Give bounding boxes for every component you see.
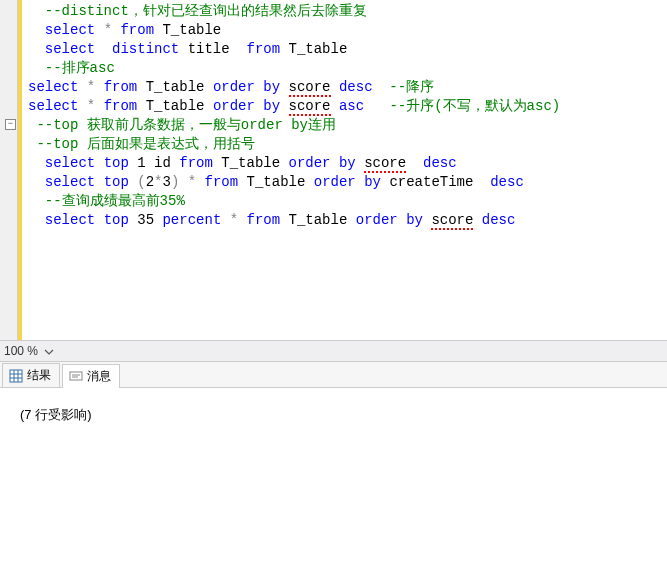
code-line[interactable]: select * from T_table order by score asc… [28, 97, 560, 116]
results-tabs: 结果 消息 [0, 362, 667, 388]
tab-messages-label: 消息 [87, 368, 111, 385]
code-line[interactable]: --top 后面如果是表达式，用括号 [28, 135, 560, 154]
code-line[interactable]: select top 35 percent * from T_table ord… [28, 211, 560, 230]
zoom-dropdown-icon[interactable] [44, 346, 54, 356]
tab-results[interactable]: 结果 [2, 363, 60, 387]
change-bar [18, 0, 22, 340]
zoom-bar: 100 % [0, 340, 667, 362]
code-line[interactable]: select * from T_table order by score des… [28, 78, 560, 97]
code-line[interactable]: --排序asc [28, 59, 560, 78]
editor-gutter: − [0, 0, 18, 340]
fold-toggle-icon[interactable]: − [5, 119, 16, 130]
grid-icon [9, 369, 23, 383]
tab-results-label: 结果 [27, 367, 51, 384]
svg-rect-0 [10, 370, 22, 382]
code-line[interactable]: --distinct，针对已经查询出的结果然后去除重复 [28, 2, 560, 21]
messages-panel: (7 行受影响) [0, 388, 667, 442]
zoom-level[interactable]: 100 % [4, 344, 38, 358]
code-line[interactable]: --查询成绩最高前35% [28, 192, 560, 211]
code-content[interactable]: --distinct，针对已经查询出的结果然后去除重复 select * fro… [18, 0, 560, 340]
rows-affected-text: (7 行受影响) [20, 406, 647, 424]
code-line[interactable]: select top (2*3) * from T_table order by… [28, 173, 560, 192]
code-line[interactable]: select top 1 id from T_table order by sc… [28, 154, 560, 173]
code-editor[interactable]: − --distinct，针对已经查询出的结果然后去除重复 select * f… [0, 0, 667, 340]
tab-messages[interactable]: 消息 [62, 364, 120, 388]
svg-rect-5 [70, 372, 82, 380]
code-line[interactable]: select distinct title from T_table [28, 40, 560, 59]
code-line[interactable]: select * from T_table [28, 21, 560, 40]
message-icon [69, 370, 83, 384]
code-line[interactable]: --top 获取前几条数据，一般与order by连用 [28, 116, 560, 135]
